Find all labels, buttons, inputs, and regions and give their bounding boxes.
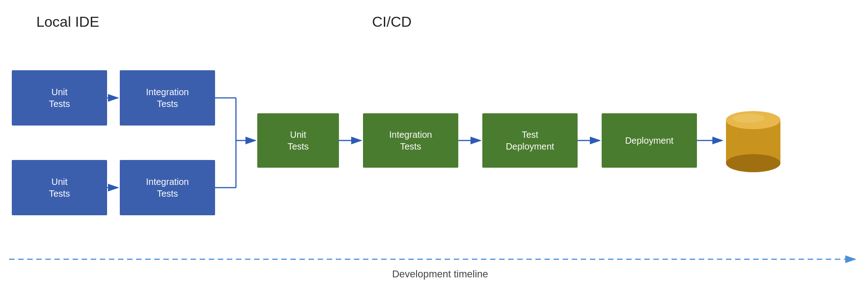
diagram-container: Local IDE CI/CD UnitTests IntegrationTes…	[0, 0, 868, 305]
deployment-box: Deployment	[602, 113, 697, 168]
timeline-label: Development timeline	[372, 268, 508, 280]
database-cylinder	[724, 107, 783, 174]
integration-tests-bottom: IntegrationTests	[120, 160, 215, 215]
local-ide-label: Local IDE	[36, 14, 99, 30]
unit-tests-top: UnitTests	[12, 70, 107, 126]
test-deployment-box: TestDeployment	[482, 113, 578, 168]
unit-tests-cicd: UnitTests	[257, 113, 339, 168]
cicd-label: CI/CD	[372, 14, 412, 30]
unit-tests-bottom: UnitTests	[12, 160, 107, 215]
integration-tests-top: IntegrationTests	[120, 70, 215, 126]
svg-point-3	[733, 114, 765, 123]
svg-point-2	[726, 154, 780, 172]
integration-tests-cicd: IntegrationTests	[363, 113, 458, 168]
